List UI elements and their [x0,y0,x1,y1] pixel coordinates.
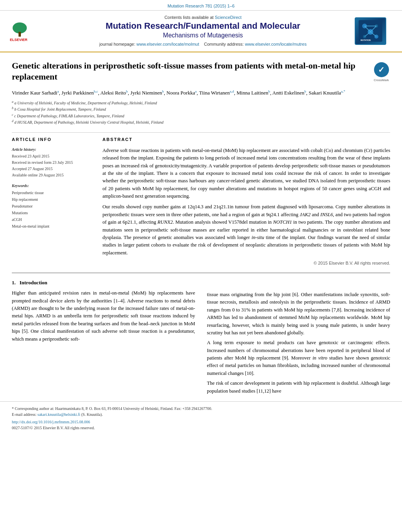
journal-ref: Mutation Research 781 (2015) 1–6 [168,4,234,8]
abstract-col: ABSTRACT Adverse soft tissue reactions i… [102,137,390,267]
affiliation-d: d d HUSLAB, Department of Pathology, Hel… [12,119,390,125]
body-divider [12,272,390,273]
keyword-3: Pseudotumor [12,203,91,209]
journal-header: ELSEVIER Contents lists available at Sci… [0,11,402,52]
footnotes-section: * Corresponding author at: Haartmaninkat… [0,401,402,435]
affiliation-a: a a University of Helsinki, Faculty of M… [12,100,390,106]
introduction-section: 1. Introduction Higher than anticipated … [0,279,402,397]
issn-line: 0027-5107/© 2015 Elsevier B.V. All right… [12,425,390,431]
abstract-heading: ABSTRACT [102,137,390,143]
abstract-para2: Our results showed copy number gains at … [102,203,390,257]
email-link[interactable]: sakari.knuutila@helsinki.fi [37,412,80,417]
page: Mutation Research 781 (2015) 1–6 ELSEVIE… [0,0,402,435]
intro-left-col: 1. Introduction Higher than anticipated … [12,279,195,397]
svg-text:ELSEVIER: ELSEVIER [10,38,28,42]
crossmark-icon: ✓ [374,62,389,77]
top-banner: Mutation Research 781 (2015) 1–6 [0,0,402,11]
crossmark-box: ✓ CrossMark [372,62,390,82]
keyword-1: Periprosthetic tissue [12,189,91,196]
sciencedirect-link[interactable]: ScienceDirect [215,15,242,20]
svg-rect-2 [19,32,21,37]
authors-section: Virinder Kaur Sarhadia, Jyrki Parkkinenb… [0,87,402,128]
keywords-block: Keywords: Periprosthetic tissue Hip repl… [12,183,91,230]
keywords-label: Keywords: [12,183,91,189]
keywords-list: Periprosthetic tissue Hip replacement Ps… [12,189,91,230]
section-title: 1. Introduction [12,279,195,286]
abstract-text: Adverse soft tissue reactions in patient… [102,147,390,267]
journal-links: journal homepage: www.elsevier.com/locat… [51,41,355,47]
section-divider [12,132,390,133]
crossmark-text: CrossMark [372,78,390,82]
doi-link[interactable]: http://dx.doi.org/10.1016/j.mrfmmm.2015.… [12,419,390,425]
email-note: E-mail address: sakari.knuutila@helsinki… [12,412,390,417]
community-link[interactable]: www.elsevier.com/locate/mutres [245,42,307,46]
article-info-heading: ARTICLE INFO [12,137,91,143]
article-title-section: Genetic alterations in periprosthetic so… [0,52,402,87]
article-info-col: ARTICLE INFO Article history: Received 2… [12,137,91,267]
keyword-4: Mutations [12,209,91,216]
keyword-5: aCGH [12,216,91,223]
header-center: Contents lists available at ScienceDirec… [51,15,355,48]
header-left: ELSEVIER [8,19,51,43]
history-label: Article history: [12,147,91,152]
copyright-notice: © 2015 Elsevier B.V. All rights reserved… [102,260,390,267]
journal-subtitle: Mechanisms of Mutagenesis [51,31,355,40]
article-info-abstract: ARTICLE INFO Article history: Received 2… [0,137,402,267]
keyword-2: Hip replacement [12,196,91,203]
header-right: MUTATION [355,17,390,45]
abstract-para1: Adverse soft tissue reactions in patient… [102,147,390,200]
intro-right-text: tissue mass originating from the hip joi… [207,291,390,395]
elsevier-logo: ELSEVIER [8,19,43,43]
homepage-link[interactable]: www.elsevier.com/locate/molmut [136,42,199,46]
article-history-block: Article history: Received 23 April 2015 … [12,147,91,178]
svg-text:MUTATION: MUTATION [361,39,371,41]
affiliation-c: c c Department of Pathology, FIMLAB Labo… [12,113,390,119]
journal-title: Mutation Research/Fundamental and Molecu… [51,21,355,31]
intro-left-text: Higher than anticipated revision rates i… [12,289,195,343]
affiliation-b: b b Coxa Hospital for Joint Replacement,… [12,106,390,112]
authors-line: Virinder Kaur Sarhadia, Jyrki Parkkinenb… [12,89,390,97]
intro-right-col: tissue mass originating from the hip joi… [207,279,390,397]
article-title: Genetic alterations in periprosthetic so… [12,60,365,83]
keyword-6: Metal-on-metal implant [12,223,91,230]
svg-point-1 [13,22,27,33]
mutation-logo: MUTATION [355,17,386,45]
corresponding-note: * Corresponding author at: Haartmaninkat… [12,406,390,412]
affiliations: a a University of Helsinki, Faculty of M… [12,100,390,125]
article-dates: Received 23 April 2015 Received in revis… [12,153,91,178]
contents-available: Contents lists available at ScienceDirec… [51,15,355,20]
